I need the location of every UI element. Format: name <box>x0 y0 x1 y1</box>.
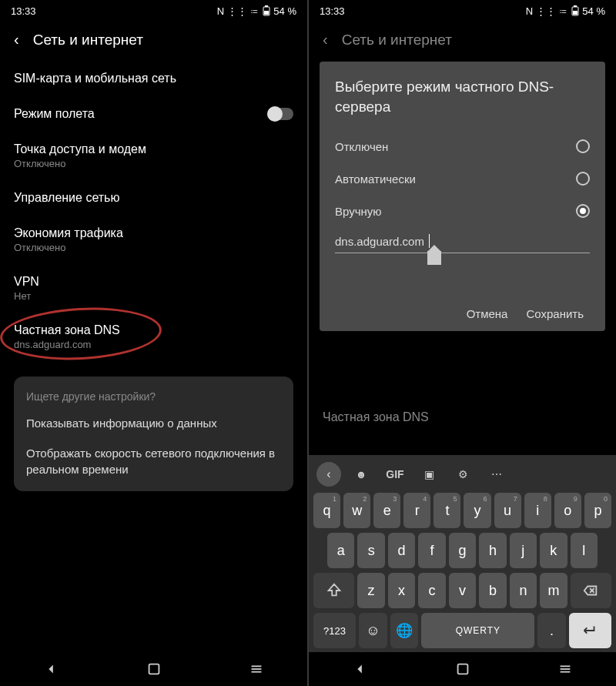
status-battery: 54 % <box>582 5 605 17</box>
phone-left: 13:33 N ⋮⋮ ⩴ 54 % ‹ Сеть и интернет SIM-… <box>0 0 307 686</box>
settings-list: SIM-карта и мобильная сеть Режим полета … <box>0 61 307 652</box>
keyboard-row-1: q1w2e3r4t5y6u7i8o9p0 <box>312 490 613 530</box>
settings-icon[interactable]: ⚙ <box>449 468 477 480</box>
key-k[interactable]: k <box>540 533 567 568</box>
enter-key[interactable] <box>569 613 611 648</box>
svg-rect-9 <box>573 11 578 15</box>
sticker-icon[interactable]: ☻ <box>347 468 375 480</box>
back-icon[interactable]: ‹ <box>14 31 19 49</box>
radio-off[interactable]: Отключен <box>335 130 590 162</box>
status-icons: N ⋮⋮ ⩴ <box>217 5 260 17</box>
keyboard-row-2: asdfghjkl <box>312 530 613 571</box>
status-time: 13:33 <box>320 5 345 17</box>
key-j[interactable]: j <box>510 533 537 568</box>
radio-icon[interactable] <box>576 204 590 218</box>
battery-icon <box>263 5 270 16</box>
radio-icon[interactable] <box>576 139 590 153</box>
suggestion-card: Ищете другие настройки? Показывать инфор… <box>14 376 293 491</box>
nav-recent-icon[interactable] <box>557 661 574 678</box>
backspace-key[interactable] <box>571 573 611 608</box>
key-p[interactable]: p0 <box>584 493 611 528</box>
phone-right: 13:33 N ⋮⋮ ⩴ 54 % ‹ Сеть и интернет Част… <box>309 0 616 686</box>
key-e[interactable]: e3 <box>373 493 400 528</box>
key-g[interactable]: g <box>449 533 476 568</box>
back-icon: ‹ <box>323 31 328 49</box>
space-key[interactable]: QWERTY <box>421 613 534 648</box>
radio-auto[interactable]: Автоматически <box>335 162 590 195</box>
cancel-button[interactable]: Отмена <box>467 307 508 320</box>
key-u[interactable]: u7 <box>494 493 521 528</box>
suggest-1[interactable]: Показывать информацию о данных <box>26 415 281 431</box>
keyboard-row-4: ?123 ☺ 🌐 QWERTY . <box>312 611 613 651</box>
key-i[interactable]: i8 <box>524 493 551 528</box>
nav-home-icon[interactable] <box>146 661 162 678</box>
key-m[interactable]: m <box>540 573 567 608</box>
status-icons: N ⋮⋮ ⩴ <box>526 5 569 17</box>
svg-rect-2 <box>264 11 269 15</box>
radio-manual[interactable]: Вручную <box>335 195 590 227</box>
key-x[interactable]: x <box>388 573 416 608</box>
nav-bar <box>0 652 307 686</box>
key-y[interactable]: y6 <box>464 493 490 528</box>
status-bar: 13:33 N ⋮⋮ ⩴ 54 % <box>309 0 616 22</box>
battery-icon <box>571 5 579 16</box>
nav-recent-icon[interactable] <box>248 661 265 678</box>
svg-rect-8 <box>574 5 577 7</box>
svg-rect-3 <box>149 664 159 674</box>
gif-button[interactable]: GIF <box>381 468 409 480</box>
suggest-hint: Ищете другие настройки? <box>26 390 281 403</box>
key-b[interactable]: b <box>479 573 507 608</box>
header-row[interactable]: ‹ Сеть и интернет <box>0 22 307 61</box>
emoji-key[interactable]: ☺ <box>359 613 387 648</box>
item-saver[interactable]: Экономия трафика Отключено <box>14 216 293 264</box>
key-s[interactable]: s <box>357 533 384 568</box>
key-f[interactable]: f <box>418 533 445 568</box>
dns-modal: Выберите режим частного DNS-сервера Откл… <box>320 62 605 331</box>
key-h[interactable]: h <box>479 533 506 568</box>
radio-icon[interactable] <box>576 172 590 186</box>
key-d[interactable]: d <box>388 533 415 568</box>
item-hotspot[interactable]: Точка доступа и модем Отключено <box>14 132 293 180</box>
save-button[interactable]: Сохранить <box>526 307 584 320</box>
item-vpn[interactable]: VPN Нет <box>14 264 293 313</box>
item-dns[interactable]: Частная зона DNS dns.adguard.com <box>14 313 293 361</box>
item-airplane[interactable]: Режим полета <box>14 96 293 132</box>
key-r[interactable]: r4 <box>403 493 430 528</box>
kbd-collapse-icon[interactable]: ‹ <box>316 462 341 487</box>
keyboard: ‹ ☻ GIF ▣ ⚙ ⋯ q1w2e3r4t5y6u7i8o9p0 asdfg… <box>309 455 616 652</box>
key-c[interactable]: c <box>418 573 446 608</box>
key-z[interactable]: z <box>357 573 385 608</box>
key-o[interactable]: o9 <box>554 493 581 528</box>
svg-rect-12 <box>457 664 467 674</box>
key-n[interactable]: n <box>510 573 537 608</box>
page-title: Сеть и интернет <box>33 32 143 49</box>
status-time: 13:33 <box>11 5 36 17</box>
status-bar: 13:33 N ⋮⋮ ⩴ 54 % <box>0 0 307 22</box>
cursor-handle[interactable] <box>427 251 441 265</box>
airplane-toggle[interactable] <box>267 108 293 120</box>
shift-key[interactable] <box>313 573 354 608</box>
nav-bar <box>309 652 616 686</box>
key-v[interactable]: v <box>449 573 477 608</box>
keyboard-row-3: zxcvbnm <box>312 571 613 611</box>
more-icon[interactable]: ⋯ <box>483 468 511 480</box>
key-a[interactable]: a <box>327 533 354 568</box>
nav-back-icon[interactable] <box>43 661 60 678</box>
clipboard-icon[interactable]: ▣ <box>415 468 443 480</box>
numeric-key[interactable]: ?123 <box>313 613 356 648</box>
suggest-2[interactable]: Отображать скорость сетевого подключения… <box>26 445 281 477</box>
svg-rect-1 <box>265 5 268 7</box>
key-t[interactable]: t5 <box>434 493 460 528</box>
period-key[interactable]: . <box>537 613 566 648</box>
nav-back-icon[interactable] <box>352 661 369 678</box>
item-manage[interactable]: Управление сетью <box>14 180 293 216</box>
nav-home-icon[interactable] <box>454 661 471 678</box>
lang-key[interactable]: 🌐 <box>390 613 419 648</box>
key-l[interactable]: l <box>571 533 598 568</box>
item-sim[interactable]: SIM-карта и мобильная сеть <box>14 61 293 96</box>
key-q[interactable]: q1 <box>313 493 340 528</box>
key-w[interactable]: w2 <box>343 493 370 528</box>
page-title: Сеть и интернет <box>342 32 452 49</box>
modal-title: Выберите режим частного DNS-сервера <box>335 77 590 116</box>
dns-input[interactable]: dns.adguard.com <box>335 232 590 253</box>
